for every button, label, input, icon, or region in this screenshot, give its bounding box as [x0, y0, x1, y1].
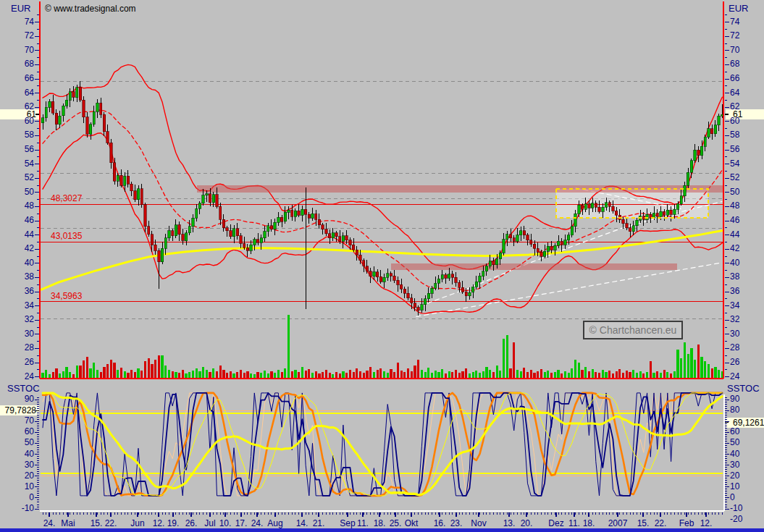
chart-window: 61 61 79,7828 69,1261 EUR © www.tradesig…: [0, 0, 764, 532]
chart-canvas[interactable]: [0, 0, 764, 532]
stochastic-layer: [43, 393, 722, 496]
volume-layer: [41, 315, 723, 379]
